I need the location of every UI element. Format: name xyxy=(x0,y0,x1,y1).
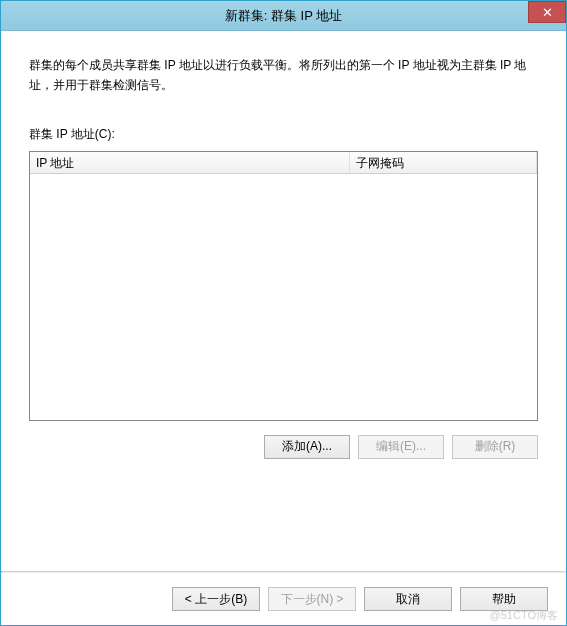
column-header-ip[interactable]: IP 地址 xyxy=(30,152,350,173)
description-text: 群集的每个成员共享群集 IP 地址以进行负载平衡。将所列出的第一个 IP 地址视… xyxy=(29,55,538,96)
window-title: 新群集: 群集 IP 地址 xyxy=(225,7,343,25)
remove-button: 删除(R) xyxy=(452,435,538,459)
dialog-window: 新群集: 群集 IP 地址 ✕ 群集的每个成员共享群集 IP 地址以进行负载平衡… xyxy=(0,0,567,626)
back-button[interactable]: < 上一步(B) xyxy=(172,587,260,611)
listview-header: IP 地址 子网掩码 xyxy=(30,152,537,174)
cancel-button[interactable]: 取消 xyxy=(364,587,452,611)
column-header-mask[interactable]: 子网掩码 xyxy=(350,152,537,173)
close-icon: ✕ xyxy=(542,5,553,20)
titlebar: 新群集: 群集 IP 地址 ✕ xyxy=(1,1,566,31)
help-button[interactable]: 帮助 xyxy=(460,587,548,611)
ip-list-label: 群集 IP 地址(C): xyxy=(29,126,538,143)
list-action-row: 添加(A)... 编辑(E)... 删除(R) xyxy=(29,435,538,459)
edit-button: 编辑(E)... xyxy=(358,435,444,459)
content-area: 群集的每个成员共享群集 IP 地址以进行负载平衡。将所列出的第一个 IP 地址视… xyxy=(1,31,566,571)
add-button[interactable]: 添加(A)... xyxy=(264,435,350,459)
next-button: 下一步(N) > xyxy=(268,587,356,611)
close-button[interactable]: ✕ xyxy=(528,1,566,23)
wizard-footer: < 上一步(B) 下一步(N) > 取消 帮助 @51CTO博客 xyxy=(1,573,566,625)
ip-address-listview[interactable]: IP 地址 子网掩码 xyxy=(29,151,538,421)
